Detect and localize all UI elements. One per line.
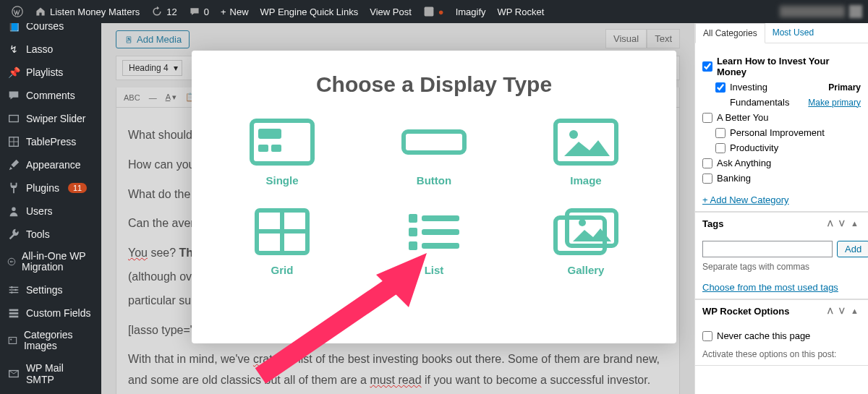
right-sidebar: All Categories Most Used Learn How to In… bbox=[694, 23, 868, 394]
panel-down-icon[interactable]: ᐯ bbox=[837, 307, 847, 316]
category-row[interactable]: Ask Anything bbox=[702, 155, 861, 171]
wordpress-icon bbox=[12, 6, 23, 17]
category-row[interactable]: A Better You bbox=[702, 110, 861, 125]
never-cache-row[interactable]: Never cache this page bbox=[702, 328, 861, 343]
primary-label: Primary bbox=[828, 82, 861, 93]
wprocket-link[interactable]: WP Rocket bbox=[492, 7, 550, 17]
yoast-item[interactable]: ● bbox=[417, 6, 450, 17]
sidebar-item-appearance[interactable]: Appearance bbox=[0, 153, 101, 176]
category-row[interactable]: Banking bbox=[702, 171, 861, 186]
sidebar-item-link-status[interactable]: WP Link Status bbox=[0, 390, 101, 394]
sidebar-item-lasso[interactable]: ↯Lasso bbox=[0, 38, 101, 61]
display-type-modal: Choose a Display Type Single Button Imag… bbox=[192, 51, 676, 343]
tab-visual[interactable]: Visual bbox=[605, 29, 647, 48]
display-type-image[interactable]: Image bbox=[553, 119, 618, 187]
sidebar-item-label: WP Mail SMTP bbox=[26, 362, 94, 385]
category-checkbox[interactable] bbox=[702, 158, 712, 168]
hr-button[interactable]: — bbox=[148, 92, 158, 103]
make-primary-link[interactable]: Make primary bbox=[808, 98, 861, 108]
svg-point-6 bbox=[12, 207, 15, 211]
add-media-button[interactable]: Add Media bbox=[116, 30, 190, 48]
display-type-list[interactable]: List bbox=[401, 208, 467, 276]
sidebar-item-wpmail[interactable]: WP Mail SMTP bbox=[0, 357, 101, 390]
sidebar-item-aio-migration[interactable]: All-in-One WP Migration bbox=[0, 246, 101, 278]
display-type-gallery[interactable]: Gallery bbox=[553, 208, 618, 276]
sidebar-item-courses[interactable]: 📘Courses bbox=[0, 23, 101, 38]
admin-bar-user[interactable] bbox=[780, 5, 862, 18]
sidebar-item-label: Users bbox=[26, 205, 53, 217]
display-type-label: Grid bbox=[271, 264, 294, 276]
add-category-link[interactable]: + Add New Category bbox=[702, 194, 861, 205]
category-checkbox[interactable] bbox=[702, 174, 712, 184]
textcolor-button[interactable]: A ▾ bbox=[164, 91, 179, 103]
fields-icon bbox=[7, 307, 20, 320]
sidebar-item-cat-images[interactable]: Categories Images bbox=[0, 325, 101, 357]
add-tag-button[interactable]: Add bbox=[837, 241, 868, 257]
category-row[interactable]: Learn How to Invest Your Money bbox=[702, 53, 861, 80]
site-title-link[interactable]: Listen Money Matters bbox=[29, 6, 145, 17]
wp-logo[interactable] bbox=[6, 6, 29, 17]
wprocket-title: WP Rocket Options bbox=[702, 306, 789, 317]
category-row[interactable]: InvestingPrimary bbox=[715, 80, 861, 95]
refresh-item[interactable]: 12 bbox=[145, 6, 182, 17]
grid-icon bbox=[250, 208, 315, 255]
svg-rect-2 bbox=[9, 116, 19, 122]
svg-rect-37 bbox=[422, 243, 459, 249]
format-select[interactable]: Heading 4 bbox=[122, 60, 182, 76]
tags-input[interactable] bbox=[702, 241, 833, 257]
imagify-link[interactable]: Imagify bbox=[450, 7, 492, 17]
sidebar-item-settings[interactable]: Settings bbox=[0, 278, 101, 301]
sidebar-item-tools[interactable]: Tools bbox=[0, 223, 101, 246]
choose-tags-link[interactable]: Choose from the most used tags bbox=[702, 282, 861, 293]
comments-item[interactable]: 0 bbox=[183, 6, 215, 17]
svg-point-40 bbox=[579, 219, 586, 226]
panel-toggle-icon[interactable]: ▲ bbox=[848, 307, 861, 316]
display-type-single[interactable]: Single bbox=[250, 119, 315, 187]
category-checkbox[interactable] bbox=[715, 143, 726, 153]
wp-engine-link[interactable]: WP Engine Quick Links bbox=[255, 7, 365, 17]
sidebar-item-playlists[interactable]: 📌Playlists bbox=[0, 61, 101, 84]
editor-line: With that in mind, we've crated a list o… bbox=[128, 349, 668, 391]
lasso-icon: ↯ bbox=[7, 43, 20, 56]
refresh-icon bbox=[151, 6, 163, 17]
view-post-link[interactable]: View Post bbox=[364, 7, 417, 17]
svg-rect-15 bbox=[9, 312, 19, 314]
panel-up-icon[interactable]: ᐱ bbox=[825, 219, 835, 228]
display-type-grid[interactable]: Grid bbox=[250, 208, 315, 276]
category-label: Investing bbox=[730, 82, 767, 93]
tab-all-categories[interactable]: All Categories bbox=[695, 23, 765, 43]
category-row[interactable]: FundamentalsMake primary bbox=[715, 95, 861, 110]
panel-up-icon[interactable]: ᐱ bbox=[825, 307, 835, 316]
sidebar-item-swiper[interactable]: Swiper Slider bbox=[0, 107, 101, 130]
abc-button[interactable]: ABC bbox=[122, 92, 142, 103]
display-type-label: Button bbox=[417, 174, 451, 187]
panel-toggle-icon[interactable]: ▲ bbox=[848, 219, 861, 228]
sidebar-item-tablepress[interactable]: TablePress bbox=[0, 130, 101, 153]
category-row[interactable]: Personal Improvement bbox=[715, 125, 861, 140]
mail-icon bbox=[7, 367, 20, 380]
category-row[interactable]: Productivity bbox=[715, 140, 861, 155]
sidebar-item-plugins[interactable]: Plugins11 bbox=[0, 176, 101, 200]
display-type-button[interactable]: Button bbox=[401, 119, 467, 187]
sidebar-item-comments[interactable]: Comments bbox=[0, 84, 101, 107]
sidebar-item-users[interactable]: Users bbox=[0, 200, 101, 223]
plugin-icon bbox=[7, 181, 20, 194]
never-cache-label: Never cache this page bbox=[717, 330, 810, 341]
category-checkbox[interactable] bbox=[702, 61, 712, 72]
wprocket-panel: WP Rocket Optionsᐱᐯ▲ Never cache this pa… bbox=[695, 299, 868, 366]
sidebar-item-label: Swiper Slider bbox=[26, 113, 85, 124]
sidebar-item-custom-fields[interactable]: Custom Fields bbox=[0, 301, 101, 325]
panel-down-icon[interactable]: ᐯ bbox=[837, 219, 847, 228]
brush-icon bbox=[7, 158, 20, 171]
display-type-label: Image bbox=[570, 174, 601, 187]
category-checkbox[interactable] bbox=[702, 113, 712, 123]
tab-most-used[interactable]: Most Used bbox=[765, 23, 821, 43]
category-checkbox[interactable] bbox=[715, 82, 726, 93]
settings-icon bbox=[7, 283, 20, 296]
new-item[interactable]: +New bbox=[215, 7, 255, 17]
svg-rect-32 bbox=[409, 214, 417, 223]
display-type-label: Gallery bbox=[568, 264, 605, 276]
category-checkbox[interactable] bbox=[715, 128, 726, 138]
never-cache-checkbox[interactable] bbox=[702, 331, 712, 341]
tab-text[interactable]: Text bbox=[647, 29, 680, 48]
